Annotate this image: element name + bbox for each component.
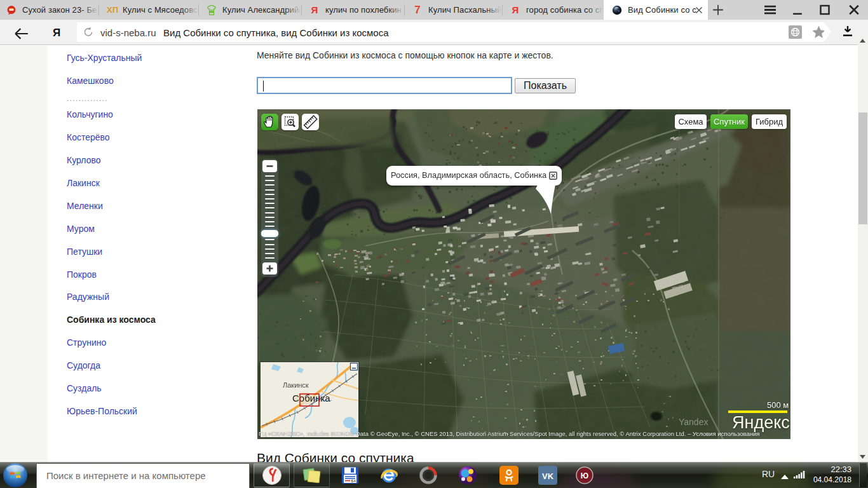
svg-text:Лакинск: Лакинск xyxy=(283,381,309,389)
svg-text:Ю: Ю xyxy=(581,471,588,480)
svg-text:VK: VK xyxy=(542,471,554,481)
svg-text:Б4: Б4 xyxy=(351,479,356,483)
